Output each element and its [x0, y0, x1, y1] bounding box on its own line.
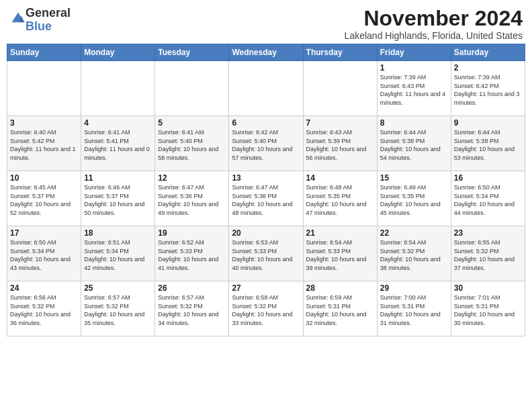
day-number: 24 — [10, 283, 78, 293]
calendar-cell: 1Sunrise: 7:39 AM Sunset: 6:43 PM Daylig… — [377, 61, 451, 116]
day-number: 23 — [454, 228, 522, 238]
calendar-cell: 12Sunrise: 6:47 AM Sunset: 5:36 PM Dayli… — [155, 171, 229, 226]
col-header-tuesday: Tuesday — [155, 44, 229, 61]
calendar-cell: 28Sunrise: 6:59 AM Sunset: 5:31 PM Dayli… — [303, 281, 377, 336]
day-info: Sunrise: 7:39 AM Sunset: 6:42 PM Dayligh… — [454, 73, 522, 107]
calendar-cell: 10Sunrise: 6:45 AM Sunset: 5:37 PM Dayli… — [7, 171, 81, 226]
day-info: Sunrise: 6:58 AM Sunset: 5:32 PM Dayligh… — [232, 293, 300, 327]
day-number: 11 — [84, 173, 152, 183]
day-number: 16 — [454, 173, 522, 183]
day-number: 12 — [158, 173, 226, 183]
day-info: Sunrise: 6:47 AM Sunset: 5:36 PM Dayligh… — [158, 183, 226, 217]
day-info: Sunrise: 6:47 AM Sunset: 5:36 PM Dayligh… — [232, 183, 300, 217]
day-info: Sunrise: 6:49 AM Sunset: 5:35 PM Dayligh… — [380, 183, 448, 217]
day-info: Sunrise: 6:52 AM Sunset: 5:33 PM Dayligh… — [158, 238, 226, 272]
day-number: 28 — [306, 283, 374, 293]
day-info: Sunrise: 7:00 AM Sunset: 5:31 PM Dayligh… — [380, 293, 448, 327]
calendar-week-5: 24Sunrise: 6:56 AM Sunset: 5:32 PM Dayli… — [7, 281, 525, 336]
calendar-cell: 15Sunrise: 6:49 AM Sunset: 5:35 PM Dayli… — [377, 171, 451, 226]
day-number: 6 — [232, 118, 300, 128]
logo-general: General — [26, 6, 71, 19]
day-number: 18 — [84, 228, 152, 238]
page-header: General Blue November 2024 Lakeland High… — [7, 7, 525, 41]
day-info: Sunrise: 7:01 AM Sunset: 5:31 PM Dayligh… — [454, 293, 522, 327]
day-info: Sunrise: 6:40 AM Sunset: 5:42 PM Dayligh… — [10, 128, 78, 162]
day-info: Sunrise: 6:57 AM Sunset: 5:32 PM Dayligh… — [84, 293, 152, 327]
day-info: Sunrise: 6:45 AM Sunset: 5:37 PM Dayligh… — [10, 183, 78, 217]
logo-text: General Blue — [26, 7, 71, 34]
day-number: 3 — [10, 118, 78, 128]
calendar-week-2: 3Sunrise: 6:40 AM Sunset: 5:42 PM Daylig… — [7, 116, 525, 171]
calendar-cell: 4Sunrise: 6:41 AM Sunset: 5:41 PM Daylig… — [81, 116, 155, 171]
calendar-cell: 30Sunrise: 7:01 AM Sunset: 5:31 PM Dayli… — [451, 281, 525, 336]
col-header-monday: Monday — [81, 44, 155, 61]
day-number: 8 — [380, 118, 448, 128]
calendar-week-3: 10Sunrise: 6:45 AM Sunset: 5:37 PM Dayli… — [7, 171, 525, 226]
day-info: Sunrise: 6:54 AM Sunset: 5:32 PM Dayligh… — [380, 238, 448, 272]
day-number: 5 — [158, 118, 226, 128]
title-block: November 2024 Lakeland Highlands, Florid… — [345, 7, 523, 41]
day-number: 13 — [232, 173, 300, 183]
calendar-cell: 20Sunrise: 6:53 AM Sunset: 5:33 PM Dayli… — [229, 226, 303, 281]
day-number: 19 — [158, 228, 226, 238]
calendar-cell: 6Sunrise: 6:42 AM Sunset: 5:40 PM Daylig… — [229, 116, 303, 171]
calendar-table: SundayMondayTuesdayWednesdayThursdayFrid… — [7, 44, 525, 336]
day-number: 17 — [10, 228, 78, 238]
day-info: Sunrise: 6:56 AM Sunset: 5:32 PM Dayligh… — [10, 293, 78, 327]
calendar-week-1: 1Sunrise: 7:39 AM Sunset: 6:43 PM Daylig… — [7, 61, 525, 116]
day-number: 1 — [380, 63, 448, 73]
calendar-cell: 8Sunrise: 6:44 AM Sunset: 5:38 PM Daylig… — [377, 116, 451, 171]
day-info: Sunrise: 6:53 AM Sunset: 5:33 PM Dayligh… — [232, 238, 300, 272]
calendar-cell: 27Sunrise: 6:58 AM Sunset: 5:32 PM Dayli… — [229, 281, 303, 336]
calendar-cell: 23Sunrise: 6:55 AM Sunset: 5:32 PM Dayli… — [451, 226, 525, 281]
calendar-cell — [81, 61, 155, 116]
day-info: Sunrise: 6:42 AM Sunset: 5:40 PM Dayligh… — [232, 128, 300, 162]
calendar-cell: 3Sunrise: 6:40 AM Sunset: 5:42 PM Daylig… — [7, 116, 81, 171]
day-info: Sunrise: 6:48 AM Sunset: 5:35 PM Dayligh… — [306, 183, 374, 217]
calendar-cell: 13Sunrise: 6:47 AM Sunset: 5:36 PM Dayli… — [229, 171, 303, 226]
calendar-cell — [7, 61, 81, 116]
day-info: Sunrise: 7:39 AM Sunset: 6:43 PM Dayligh… — [380, 73, 448, 107]
day-number: 4 — [84, 118, 152, 128]
calendar-cell — [229, 61, 303, 116]
calendar-cell: 18Sunrise: 6:51 AM Sunset: 5:34 PM Dayli… — [81, 226, 155, 281]
day-info: Sunrise: 6:41 AM Sunset: 5:41 PM Dayligh… — [84, 128, 152, 162]
calendar-cell: 7Sunrise: 6:43 AM Sunset: 5:39 PM Daylig… — [303, 116, 377, 171]
day-info: Sunrise: 6:59 AM Sunset: 5:31 PM Dayligh… — [306, 293, 374, 327]
day-number: 20 — [232, 228, 300, 238]
day-info: Sunrise: 6:57 AM Sunset: 5:32 PM Dayligh… — [158, 293, 226, 327]
col-header-wednesday: Wednesday — [229, 44, 303, 61]
calendar-header-row: SundayMondayTuesdayWednesdayThursdayFrid… — [7, 44, 525, 61]
day-info: Sunrise: 6:54 AM Sunset: 5:33 PM Dayligh… — [306, 238, 374, 272]
calendar-cell: 25Sunrise: 6:57 AM Sunset: 5:32 PM Dayli… — [81, 281, 155, 336]
day-number: 7 — [306, 118, 374, 128]
calendar-cell — [155, 61, 229, 116]
day-number: 29 — [380, 283, 448, 293]
day-info: Sunrise: 6:46 AM Sunset: 5:37 PM Dayligh… — [84, 183, 152, 217]
calendar-cell: 14Sunrise: 6:48 AM Sunset: 5:35 PM Dayli… — [303, 171, 377, 226]
calendar-week-4: 17Sunrise: 6:50 AM Sunset: 5:34 PM Dayli… — [7, 226, 525, 281]
calendar-cell — [303, 61, 377, 116]
day-info: Sunrise: 6:44 AM Sunset: 5:38 PM Dayligh… — [380, 128, 448, 162]
day-number: 27 — [232, 283, 300, 293]
day-number: 22 — [380, 228, 448, 238]
month-title: November 2024 — [345, 7, 523, 30]
day-info: Sunrise: 6:55 AM Sunset: 5:32 PM Dayligh… — [454, 238, 522, 272]
day-number: 26 — [158, 283, 226, 293]
day-info: Sunrise: 6:43 AM Sunset: 5:39 PM Dayligh… — [306, 128, 374, 162]
calendar-cell: 11Sunrise: 6:46 AM Sunset: 5:37 PM Dayli… — [81, 171, 155, 226]
calendar-cell: 19Sunrise: 6:52 AM Sunset: 5:33 PM Dayli… — [155, 226, 229, 281]
day-number: 15 — [380, 173, 448, 183]
calendar-cell: 2Sunrise: 7:39 AM Sunset: 6:42 PM Daylig… — [451, 61, 525, 116]
day-number: 21 — [306, 228, 374, 238]
location-subtitle: Lakeland Highlands, Florida, United Stat… — [345, 30, 523, 41]
col-header-thursday: Thursday — [303, 44, 377, 61]
day-number: 25 — [84, 283, 152, 293]
logo-icon — [11, 11, 26, 26]
calendar-cell: 22Sunrise: 6:54 AM Sunset: 5:32 PM Dayli… — [377, 226, 451, 281]
calendar-cell: 16Sunrise: 6:50 AM Sunset: 5:34 PM Dayli… — [451, 171, 525, 226]
calendar-cell: 21Sunrise: 6:54 AM Sunset: 5:33 PM Dayli… — [303, 226, 377, 281]
day-info: Sunrise: 6:41 AM Sunset: 5:40 PM Dayligh… — [158, 128, 226, 162]
col-header-sunday: Sunday — [7, 44, 81, 61]
col-header-friday: Friday — [377, 44, 451, 61]
